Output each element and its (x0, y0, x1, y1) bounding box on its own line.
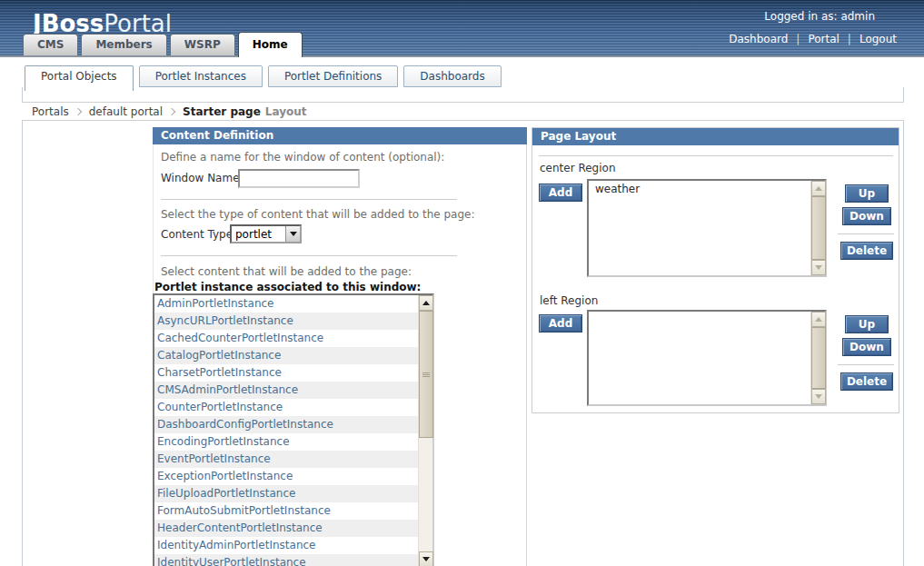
nav-link-logout[interactable]: Logout (859, 33, 897, 45)
scrollbar-thumb[interactable] (811, 196, 826, 260)
arrow-down-icon (815, 265, 822, 270)
scroll-down-button[interactable] (811, 389, 826, 404)
portlet-instance-item[interactable]: IdentityAdminPortletInstance (154, 537, 418, 554)
scroll-up-button[interactable] (419, 295, 433, 311)
panel-edge (526, 144, 527, 566)
portlet-instance-item[interactable]: IdentityUserPortletInstance (154, 554, 418, 566)
window-name-prompt: Define a name for the window of content … (161, 151, 444, 164)
arrow-up-icon (815, 317, 822, 322)
tab-cms[interactable]: CMS (23, 34, 78, 55)
portlet-instance-item[interactable]: HeaderContentPortletInstance (154, 520, 418, 537)
arrow-up-icon (422, 301, 430, 305)
window-name-input[interactable] (238, 169, 360, 188)
subtab-portal-objects[interactable]: Portal Objects (25, 65, 134, 91)
region-label-left: left Region (540, 294, 598, 307)
divider (838, 364, 894, 365)
portlet-instance-item[interactable]: DashboardConfigPortletInstance (154, 416, 418, 433)
scrollbar[interactable] (810, 181, 825, 275)
subtab-dashboards[interactable]: Dashboards (403, 65, 501, 87)
portlet-instance-item[interactable]: CMSAdminPortletInstance (154, 382, 418, 399)
portlet-instance-item[interactable]: AdminPortletInstance (154, 295, 418, 313)
nav-separator: | (788, 33, 808, 45)
page-layout-panel: Page Layout center Region Add weather Up… (532, 127, 899, 413)
region-center-list[interactable]: weather (587, 179, 827, 277)
scroll-up-button[interactable] (811, 181, 826, 196)
divider (838, 233, 894, 234)
header-nav: Dashboard|Portal|Logout (729, 33, 897, 45)
jboss-portal-window: JBossPortal Logged in as: admin Dashboar… (0, 0, 924, 566)
scrollbar-thumb[interactable] (811, 327, 826, 389)
portlet-instance-item[interactable]: EventPortletInstance (154, 451, 418, 468)
up-button-left[interactable]: Up (845, 315, 889, 333)
content-type-select[interactable]: portlet (230, 224, 302, 243)
region-left-list[interactable] (587, 310, 827, 406)
divider (161, 255, 457, 256)
content-definition-panel: Content Definition Define a name for the… (153, 127, 527, 566)
breadcrumb: Portals default portal Starter page Layo… (22, 102, 904, 121)
up-button-center[interactable]: Up (845, 184, 889, 203)
arrow-down-icon (815, 394, 822, 399)
scrollbar[interactable] (810, 312, 825, 404)
content-definition-title: Content Definition (153, 127, 527, 144)
chevron-right-icon (168, 107, 175, 114)
portlet-instance-item[interactable]: AsyncURLPortletInstance (154, 313, 418, 330)
window-name-label: Window Name: (161, 172, 243, 184)
region-label-center: center Region (540, 162, 616, 174)
portlet-instance-item[interactable]: CounterPortletInstance (154, 399, 418, 416)
portlet-instance-rows: AdminPortletInstanceAsyncURLPortletInsta… (154, 295, 418, 566)
down-button-center[interactable]: Down (842, 207, 891, 225)
subtab-portlet-instances[interactable]: Portlet Instances (139, 65, 263, 87)
app-header: JBossPortal Logged in as: admin Dashboar… (0, 0, 924, 57)
logged-in-status: Logged in as: admin (764, 10, 875, 23)
breadcrumb-link-portals[interactable]: Portals (32, 105, 69, 118)
arrow-up-icon (815, 186, 822, 191)
portlet-instance-item[interactable]: CatalogPortletInstance (154, 347, 418, 364)
breadcrumb-current-suffix: Layout (265, 105, 307, 118)
nav-separator: | (840, 33, 859, 45)
content-type-prompt: Select the type of content that will be … (161, 208, 475, 221)
nav-link-dashboard[interactable]: Dashboard (729, 33, 788, 45)
page-layout-title: Page Layout (532, 128, 899, 145)
scroll-down-button[interactable] (811, 260, 826, 275)
portlet-instance-item[interactable]: ExceptionPortletInstance (154, 468, 418, 485)
scroll-up-button[interactable] (811, 312, 826, 327)
chevron-right-icon (74, 107, 81, 114)
portlet-instances-label: Portlet instance associated to this wind… (154, 281, 421, 293)
delete-button-center[interactable]: Delete (840, 242, 893, 260)
nav-link-portal[interactable]: Portal (808, 33, 839, 45)
arrow-down-icon (422, 557, 430, 561)
divider (161, 199, 457, 200)
region-list-item-weather[interactable]: weather (589, 181, 825, 198)
scrollbar-grip-icon (422, 372, 430, 377)
subtab-bar: Portal Objects Portlet Instances Portlet… (25, 65, 507, 91)
add-button-left[interactable]: Add (539, 314, 582, 333)
divider (539, 155, 893, 156)
add-button-center[interactable]: Add (539, 184, 582, 202)
scroll-down-button[interactable] (419, 551, 433, 566)
portlet-instance-item[interactable]: CachedCounterPortletInstance (154, 330, 418, 347)
select-content-prompt: Select content that will be added to the… (161, 265, 412, 278)
content-type-selected-value: portlet (232, 228, 285, 241)
content-type-label: Content Type: (161, 228, 236, 241)
chevron-down-icon (290, 232, 297, 236)
delete-button-left[interactable]: Delete (840, 372, 893, 391)
down-button-left[interactable]: Down (842, 338, 891, 356)
tab-members[interactable]: Members (81, 34, 166, 55)
breadcrumb-link-default-portal[interactable]: default portal (89, 105, 163, 118)
breadcrumb-current-page: Starter page (183, 105, 261, 118)
subtab-portlet-definitions[interactable]: Portlet Definitions (268, 65, 398, 87)
tab-home[interactable]: Home (238, 32, 303, 57)
portlet-instance-item[interactable]: FileUploadPortletInstance (154, 485, 418, 502)
select-dropdown-button[interactable] (285, 226, 300, 242)
portlet-instance-item[interactable]: FormAutoSubmitPortletInstance (154, 502, 418, 520)
portlet-instance-item[interactable]: CharsetPortletInstance (154, 364, 418, 382)
scrollbar[interactable] (418, 295, 432, 566)
tab-wsrp[interactable]: WSRP (170, 34, 235, 55)
portlet-instance-list[interactable]: AdminPortletInstanceAsyncURLPortletInsta… (153, 293, 434, 566)
scrollbar-thumb[interactable] (419, 311, 433, 438)
portlet-instance-item[interactable]: EncodingPortletInstance (154, 433, 418, 451)
main-tab-bar: CMS Members WSRP Home (23, 30, 305, 57)
